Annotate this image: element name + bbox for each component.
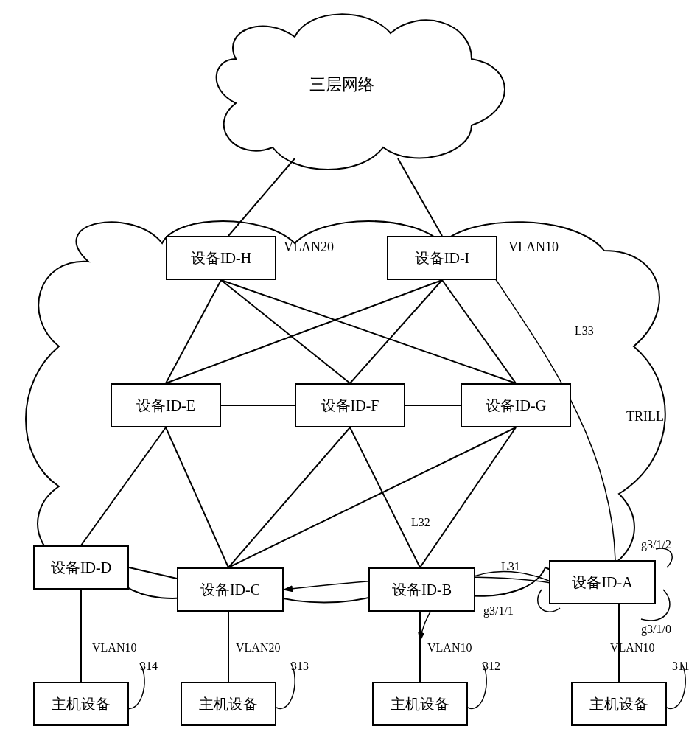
edge — [228, 427, 516, 567]
host-313: 主机设备 — [181, 682, 276, 726]
edge — [398, 158, 442, 236]
device-b: 设备ID-B — [368, 567, 475, 612]
edge — [129, 567, 177, 579]
device-d: 设备ID-D — [33, 545, 129, 590]
cloud-top-label: 三层网络 — [309, 74, 374, 96]
vlan-i: VLAN10 — [508, 240, 559, 255]
ref-311: 311 — [672, 660, 689, 673]
ref-313: 313 — [291, 660, 309, 673]
vlan-host-312: VLAN10 — [427, 641, 472, 654]
edge — [166, 427, 228, 567]
vlan-host-313: VLAN20 — [236, 641, 280, 654]
label-g311: g3/1/1 — [483, 604, 514, 618]
edge — [350, 280, 442, 383]
host-314: 主机设备 — [33, 682, 129, 726]
label-l32: L32 — [411, 516, 430, 529]
edge — [166, 280, 221, 383]
host-312: 主机设备 — [372, 682, 468, 726]
device-e: 设备ID-E — [111, 383, 221, 427]
edge — [221, 280, 516, 383]
ref-312: 312 — [483, 660, 500, 673]
device-h: 设备ID-H — [166, 236, 276, 280]
label-l33: L33 — [575, 324, 594, 338]
device-c: 设备ID-C — [177, 567, 284, 612]
edge — [420, 427, 516, 567]
edge — [166, 280, 442, 383]
label-g310: g3/1/0 — [641, 623, 671, 636]
label-l31: L31 — [501, 560, 520, 573]
host-311: 主机设备 — [571, 682, 667, 726]
edge — [228, 427, 350, 567]
edge — [228, 158, 295, 236]
device-i: 设备ID-I — [387, 236, 497, 280]
edge — [221, 280, 350, 383]
device-a: 设备ID-A — [549, 560, 656, 604]
vlan-h: VLAN20 — [284, 240, 334, 255]
edge — [81, 427, 166, 545]
trill-label: TRILL — [626, 409, 664, 425]
ref-314: 314 — [140, 660, 158, 673]
vlan-host-314: VLAN10 — [92, 641, 136, 654]
label-g312: g3/1/2 — [641, 538, 671, 551]
edge — [442, 280, 516, 383]
edge — [350, 427, 420, 567]
device-f: 设备ID-F — [295, 383, 405, 427]
device-g: 设备ID-G — [461, 383, 571, 427]
vlan-host-311: VLAN10 — [610, 641, 654, 654]
diagram-canvas — [0, 0, 700, 737]
